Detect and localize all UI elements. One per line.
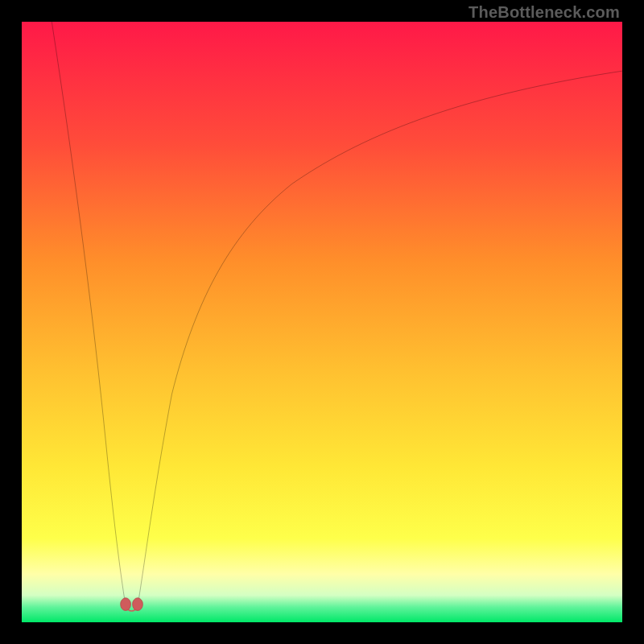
bottleneck-curve bbox=[22, 22, 622, 622]
marker-right bbox=[133, 598, 143, 611]
watermark-text: TheBottleneck.com bbox=[469, 3, 620, 22]
curve-left-branch bbox=[52, 22, 126, 606]
curve-right-branch bbox=[138, 71, 622, 606]
marker-left bbox=[121, 598, 131, 611]
chart-stage: TheBottleneck.com bbox=[0, 0, 644, 644]
optimal-markers bbox=[121, 598, 143, 611]
plot-area bbox=[22, 22, 622, 622]
